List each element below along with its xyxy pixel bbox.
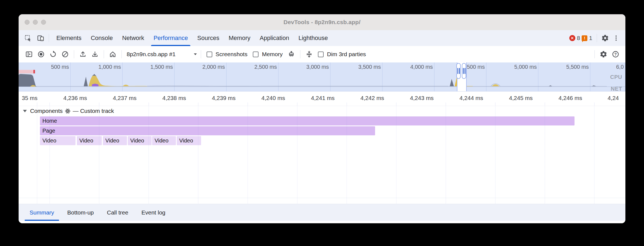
history-dropdown[interactable]: 8p2n9n.csb.app #1	[127, 51, 198, 58]
collapse-icon	[305, 50, 313, 58]
ruler-tick-label: 4,237 ms	[101, 95, 137, 101]
svg-text:?: ?	[614, 52, 617, 56]
ruler-tick-label: 4,236 ms	[51, 95, 87, 101]
ruler-tick-label: 4,242 ms	[349, 95, 384, 101]
dim-3rd-parties-checkbox[interactable]	[318, 52, 324, 57]
toolbar-divider	[597, 34, 597, 42]
download-icon	[91, 50, 99, 58]
timeline-overview[interactable]: 500 ms1,000 ms1,500 ms2,000 ms2,500 ms3,…	[19, 62, 625, 91]
tab-console[interactable]: Console	[86, 30, 118, 46]
tab-elements[interactable]: Elements	[52, 30, 86, 46]
close-window-button[interactable]	[25, 20, 30, 25]
warning-count[interactable]: 1	[589, 35, 592, 41]
screenshots-checkbox[interactable]	[207, 52, 212, 57]
toolbar-divider	[201, 50, 201, 58]
chevron-down-icon	[193, 52, 198, 57]
track-row: Home	[40, 116, 625, 125]
bottom-tab-summary[interactable]: Summary	[23, 204, 61, 221]
bottom-tab-call-tree[interactable]: Call tree	[100, 204, 135, 221]
track-entry-home[interactable]: Home	[40, 116, 575, 125]
collapse-triangle-icon[interactable]	[23, 110, 27, 112]
bottom-tab-event-log[interactable]: Event log	[135, 204, 172, 221]
inspect-element-button[interactable]	[22, 33, 33, 44]
toolbar-divider	[594, 50, 595, 58]
panel-left-icon	[25, 50, 33, 58]
overview-tick-label: 4,000 ms	[403, 64, 433, 70]
titlebar: DevTools - 8p2n9n.csb.app/	[19, 14, 625, 30]
record-button[interactable]	[36, 49, 46, 59]
memory-checkbox[interactable]	[253, 52, 259, 57]
track-entry-video[interactable]: Video	[128, 136, 152, 145]
left-selection-handle[interactable]	[456, 63, 461, 79]
detail-time-ruler[interactable]: 35 ms4,236 ms4,237 ms4,238 ms4,239 ms4,2…	[19, 91, 625, 106]
custom-track-header[interactable]: Components — Custom track	[19, 107, 625, 115]
screenshots-label: Screenshots	[216, 51, 248, 58]
device-toolbar-button[interactable]	[35, 33, 46, 44]
main-tab-bar: ElementsConsoleNetworkPerformanceSources…	[19, 30, 625, 46]
history-dropdown-value: 8p2n9n.csb.app #1	[127, 51, 176, 58]
window-title: DevTools - 8p2n9n.csb.app/	[283, 19, 360, 25]
zoom-window-button[interactable]	[41, 20, 46, 25]
collect-garbage-button[interactable]	[286, 49, 297, 59]
tab-application[interactable]: Application	[255, 30, 294, 46]
detail-tab-bar: SummaryBottom-upCall treeEvent log	[19, 204, 625, 221]
upload-icon	[79, 50, 87, 58]
tab-performance[interactable]: Performance	[149, 30, 193, 46]
warning-badge-icon[interactable]: !	[582, 35, 587, 41]
broom-icon	[288, 50, 295, 58]
track-entry-video[interactable]: Video	[152, 136, 176, 145]
bottom-tab-bottom-up[interactable]: Bottom-up	[61, 204, 100, 221]
toolbar-divider	[121, 50, 122, 58]
shortcuts-dialog-button[interactable]	[304, 49, 314, 59]
memory-label: Memory	[262, 51, 283, 58]
track-entry-video[interactable]: Video	[40, 136, 76, 145]
ruler-tick-label: 4,24	[608, 95, 625, 101]
inspect-cursor-icon	[24, 35, 32, 42]
track-entry-video[interactable]: Video	[103, 136, 127, 145]
memory-toggle: Memory	[253, 51, 283, 58]
ruler-tick-label: 4,241 ms	[299, 95, 335, 101]
overview-tick-label: 3,000 ms	[299, 64, 329, 70]
settings-button[interactable]	[600, 33, 611, 44]
help-button[interactable]: ?	[610, 49, 621, 59]
live-metrics-button[interactable]	[108, 49, 118, 59]
track-entry-page[interactable]: Page	[40, 126, 375, 135]
right-selection-handle[interactable]	[462, 63, 466, 79]
minimize-window-button[interactable]	[33, 20, 38, 25]
gear-icon	[601, 34, 609, 42]
track-entry-video[interactable]: Video	[177, 136, 201, 145]
toolbar-divider	[49, 34, 49, 42]
help-icon: ?	[612, 50, 619, 58]
more-options-button[interactable]	[611, 33, 622, 44]
track-entry-video[interactable]: Video	[77, 136, 102, 145]
toolbar-divider	[104, 50, 104, 58]
selection-right-edge	[466, 62, 467, 91]
dim-3rd-parties-toggle: Dim 3rd parties	[318, 51, 366, 58]
tab-lighthouse[interactable]: Lighthouse	[294, 30, 333, 46]
tab-network[interactable]: Network	[117, 30, 149, 46]
traffic-lights	[25, 14, 46, 30]
capture-settings-button[interactable]	[598, 49, 609, 59]
track-rows: HomePageVideoVideoVideoVideoVideoVideo	[40, 116, 625, 145]
error-count[interactable]: 8	[577, 35, 580, 41]
reload-and-record-button[interactable]	[48, 49, 58, 59]
track-row: Page	[40, 126, 625, 135]
upload-profile-button[interactable]	[78, 49, 88, 59]
flamechart-area[interactable]: Components — Custom track HomePageVideoV…	[19, 106, 625, 204]
toggle-sidebar-button[interactable]	[24, 49, 34, 59]
block-icon	[61, 50, 69, 58]
overview-tick-label: 500 ms	[39, 64, 69, 70]
download-profile-button[interactable]	[90, 49, 100, 59]
error-badge-icon[interactable]: ✕	[569, 35, 575, 41]
ruler-tick-label: 4,245 ms	[497, 95, 533, 101]
ruler-tick-label: 4,240 ms	[250, 95, 285, 101]
tab-sources[interactable]: Sources	[193, 30, 224, 46]
ruler-tick-label: 35 ms	[19, 95, 37, 101]
overview-tick-label: 2,500 ms	[247, 64, 277, 70]
ruler-tick-label: 4,239 ms	[200, 95, 236, 101]
overview-tick-label: 5,000 ms	[507, 64, 537, 70]
devtools-window: DevTools - 8p2n9n.csb.app/	[19, 14, 625, 223]
dim-3rd-parties-label: Dim 3rd parties	[327, 51, 366, 58]
clear-recording-button[interactable]	[60, 49, 70, 59]
tab-memory[interactable]: Memory	[224, 30, 255, 46]
